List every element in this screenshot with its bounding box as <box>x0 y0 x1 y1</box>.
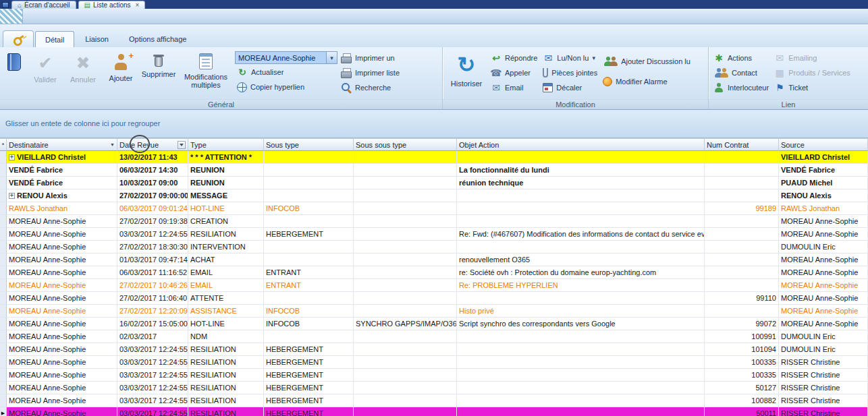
grid-cell-destinataire[interactable]: MOREAU Anne-Sophie <box>7 266 117 279</box>
ajouter-button[interactable]: + Ajouter <box>103 49 139 99</box>
grid-cell-source[interactable]: MOREAU Anne-Sophie <box>779 279 868 292</box>
grid-cell-sous-sous-type[interactable] <box>354 177 457 189</box>
grid-cell-date-revue[interactable]: 16/02/2017 15:05:00 <box>117 318 188 330</box>
grid-cell-source[interactable]: VIEILLARD Christel <box>779 151 868 164</box>
grid-cell-sous-sous-type[interactable] <box>354 254 457 266</box>
grid-cell-type[interactable]: CREATION <box>188 215 264 228</box>
grid-cell-date-revue[interactable]: 03/03/2017 12:24:55 <box>117 343 188 356</box>
grid-cell-sous-sous-type[interactable] <box>354 407 457 416</box>
ribbon-tab-options-affichage[interactable]: Options affichage <box>119 31 196 47</box>
grid-cell-type[interactable]: RESILIATION <box>188 382 264 394</box>
tab-ecran-accueil[interactable]: ⌂ Écran d'accueil <box>11 1 76 9</box>
grid-row[interactable]: MOREAU Anne-Sophie27/02/2017 10:46:26EMA… <box>0 279 868 292</box>
grid-cell-source[interactable]: MOREAU Anne-Sophie <box>779 266 868 279</box>
ajouter-discussion-button[interactable]: Ajouter Discussion lu <box>601 55 693 68</box>
pieces-jointes-button[interactable]: Pièces jointes <box>541 66 599 80</box>
grid-cell-source[interactable]: PUAUD Michel <box>779 177 868 189</box>
grid-cell-sous-sous-type[interactable]: SYNCHRO GAPPS/IMAP/O365 <box>354 318 457 330</box>
grid-cell-type[interactable]: INTERVENTION <box>188 241 264 254</box>
grid-cell-sous-type[interactable]: INFOCOB <box>264 318 354 330</box>
grid-cell-source[interactable]: RISSER Christine <box>779 394 868 407</box>
grid-row[interactable]: MOREAU Anne-Sophie27/02/2017 18:30:30INT… <box>0 241 868 254</box>
grid-cell-destinataire[interactable]: VENDÉ Fabrice <box>7 164 117 177</box>
grid-cell-objet-action[interactable]: re: Société ovh : Protection du domaine … <box>457 266 705 279</box>
actions-button[interactable]: ✱ Actions <box>711 51 771 65</box>
grid-cell-num-contrat[interactable] <box>705 215 779 228</box>
grid-cell-objet-action[interactable] <box>457 215 705 228</box>
grid-cell-type[interactable]: RESILIATION <box>188 228 264 241</box>
grid-cell-sous-sous-type[interactable] <box>354 305 457 318</box>
grid-cell-num-contrat[interactable]: 99072 <box>705 318 779 330</box>
grid-row[interactable]: VENDÉ Fabrice06/03/2017 14:30REUNIONLa f… <box>0 164 868 177</box>
grid-cell-num-contrat[interactable] <box>705 189 779 202</box>
grid-cell-sous-type[interactable] <box>264 215 354 228</box>
grid-cell-sous-type[interactable] <box>264 189 354 202</box>
valider-button[interactable]: ✔ Valider <box>27 49 63 99</box>
grid-cell-date-revue[interactable]: 06/03/2017 11:16:52 <box>117 266 188 279</box>
grid-cell-sous-type[interactable] <box>264 292 354 305</box>
grid-cell-type[interactable]: * * * ATTENTION * <box>188 151 264 164</box>
grid-cell-num-contrat[interactable] <box>705 305 779 318</box>
grid-cell-source[interactable]: MOREAU Anne-Sophie <box>779 318 868 330</box>
header-num-contrat[interactable]: Num Contrat <box>705 138 779 151</box>
grid-cell-type[interactable]: ATTENTE <box>188 292 264 305</box>
grid-cell-num-contrat[interactable]: 99110 <box>705 292 779 305</box>
grid-cell-sous-type[interactable]: HEBERGEMENT <box>264 394 354 407</box>
grid-cell-objet-action[interactable]: La fonctionnalité du lundi <box>457 164 705 177</box>
grid-cell-destinataire[interactable]: MOREAU Anne-Sophie <box>7 228 117 241</box>
grid-cell-objet-action[interactable]: renouvellement O365 <box>457 254 705 266</box>
grid-cell-destinataire[interactable]: MOREAU Anne-Sophie <box>7 279 117 292</box>
grid-cell-date-revue[interactable]: 03/03/2017 12:24:55 <box>117 407 188 416</box>
grid-cell-sous-sous-type[interactable] <box>354 330 457 343</box>
grid-cell-source[interactable]: VENDÉ Fabrice <box>779 164 868 177</box>
grid-row[interactable]: MOREAU Anne-Sophie06/03/2017 11:16:52EMA… <box>0 266 868 279</box>
historiser-button[interactable]: ↻ Historiser <box>445 49 487 99</box>
user-combobox[interactable]: MOREAU Anne-Sophie ▾ <box>235 51 337 64</box>
grid-cell-sous-type[interactable] <box>264 177 354 189</box>
grid-cell-type[interactable]: REUNION <box>188 164 264 177</box>
grid-cell-sous-sous-type[interactable] <box>354 292 457 305</box>
repondre-button[interactable]: ↩ Répondre <box>489 51 539 65</box>
grid-cell-sous-sous-type[interactable] <box>354 151 457 164</box>
grid-row[interactable]: +RENOU Alexis27/02/2017 09:00:00MESSAGER… <box>0 189 868 202</box>
grid-cell-sous-type[interactable] <box>264 330 354 343</box>
grid-row[interactable]: MOREAU Anne-Sophie27/02/2017 11:06:40ATT… <box>0 292 868 305</box>
grid-cell-sous-type[interactable]: ENTRANT <box>264 279 354 292</box>
grid-cell-type[interactable]: HOT-LINE <box>188 202 264 215</box>
grid-cell-destinataire[interactable]: MOREAU Anne-Sophie <box>7 330 117 343</box>
grid-cell-objet-action[interactable] <box>457 343 705 356</box>
grid-cell-destinataire[interactable]: +RENOU Alexis <box>7 189 117 202</box>
grid-cell-source[interactable]: MOREAU Anne-Sophie <box>779 292 868 305</box>
grid-cell-objet-action[interactable] <box>457 382 705 394</box>
grid-cell-type[interactable]: MESSAGE <box>188 189 264 202</box>
grid-cell-type[interactable]: RESILIATION <box>188 343 264 356</box>
grid-cell-destinataire[interactable]: MOREAU Anne-Sophie <box>7 254 117 266</box>
grid-cell-destinataire[interactable]: MOREAU Anne-Sophie <box>7 394 117 407</box>
grid-cell-sous-type[interactable] <box>264 151 354 164</box>
interlocuteur-button[interactable]: Interlocuteur <box>711 81 771 94</box>
grid-cell-source[interactable]: MOREAU Anne-Sophie <box>779 254 868 266</box>
grid-cell-date-revue[interactable]: 27/02/2017 11:06:40 <box>117 292 188 305</box>
grid-cell-destinataire[interactable]: MOREAU Anne-Sophie <box>7 382 117 394</box>
grid-cell-sous-type[interactable]: HEBERGEMENT <box>264 356 354 369</box>
appeler-button[interactable]: ☎ Appeler <box>489 66 539 80</box>
grid-cell-date-revue[interactable]: 03/03/2017 12:24:55 <box>117 394 188 407</box>
header-objet-action[interactable]: Objet Action <box>457 138 705 151</box>
grid-cell-objet-action[interactable] <box>457 407 705 416</box>
toolbar-grip[interactable] <box>0 9 23 24</box>
grid-cell-type[interactable]: RESILIATION <box>188 394 264 407</box>
grid-cell-source[interactable]: RISSER Christine <box>779 407 868 416</box>
grid-cell-source[interactable]: MOREAU Anne-Sophie <box>779 305 868 318</box>
decaler-button[interactable]: Décaler <box>541 81 599 94</box>
grid-cell-num-contrat[interactable] <box>705 254 779 266</box>
grid-row[interactable]: +VIEILLARD Christel13/02/2017 11:43* * *… <box>0 151 868 164</box>
grid-cell-source[interactable]: RAWLS Jonathan <box>779 202 868 215</box>
grid-cell-sous-sous-type[interactable] <box>354 202 457 215</box>
grid-cell-type[interactable]: ACHAT <box>188 254 264 266</box>
grid-cell-sous-type[interactable]: INFOCOB <box>264 202 354 215</box>
grid-cell-date-revue[interactable]: 13/02/2017 11:43 <box>117 151 188 164</box>
produits-services-button[interactable]: ▦ Produits / Services <box>772 66 852 80</box>
grid-cell-date-revue[interactable]: 02/03/2017 <box>117 330 188 343</box>
grid-cell-sous-type[interactable] <box>264 254 354 266</box>
grid-cell-destinataire[interactable]: MOREAU Anne-Sophie <box>7 305 117 318</box>
